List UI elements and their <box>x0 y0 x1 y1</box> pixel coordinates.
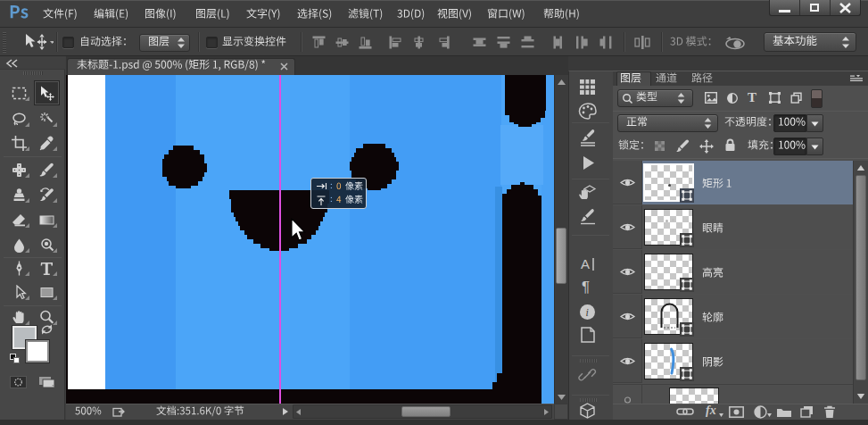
svg-text:A: A <box>581 256 590 271</box>
svg-text:¶: ¶ <box>582 279 590 296</box>
svg-text:i: i <box>586 306 589 319</box>
